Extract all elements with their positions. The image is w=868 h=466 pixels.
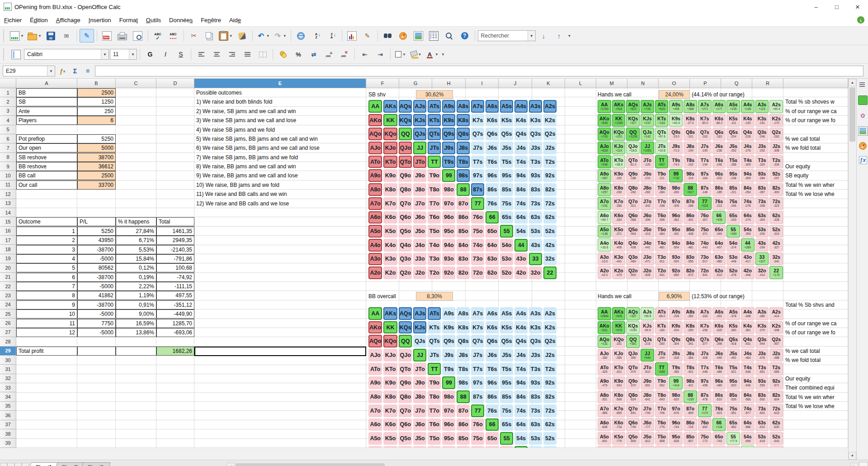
navigator-button[interactable] — [396, 29, 410, 43]
scroll-down-icon[interactable]: ▼ — [849, 452, 856, 460]
styles-panel-button[interactable] — [9, 48, 23, 61]
row-header-35[interactable]: 35 — [0, 402, 16, 411]
row-header-26[interactable]: 26 — [0, 319, 16, 328]
sort-ascending-button[interactable]: AZ↓ — [309, 29, 324, 43]
column-header-blank[interactable] — [783, 79, 848, 88]
column-header-C[interactable]: C — [116, 79, 156, 88]
copy-button[interactable] — [202, 29, 217, 43]
scroll-left-icon[interactable]: ◀ — [227, 463, 235, 466]
align-justified-button[interactable] — [240, 48, 255, 61]
outcome-cell[interactable]: -5000 — [77, 282, 116, 291]
column-header-P[interactable]: P — [690, 79, 721, 88]
menu-fichier[interactable]: Fichier — [0, 15, 26, 25]
outcome-cell[interactable]: -38700 — [77, 300, 116, 309]
gallery-icon[interactable]: ✿ — [859, 111, 867, 120]
total-profit-label[interactable]: Total profit — [16, 347, 77, 356]
param-label-ante[interactable]: Ante — [16, 107, 77, 116]
column-header-K[interactable]: K — [532, 79, 565, 88]
outcome-cell[interactable]: -111,15 — [156, 282, 194, 291]
menu-outils[interactable]: Outils — [142, 15, 165, 25]
zoom-button[interactable] — [442, 29, 457, 43]
open-dropdown-icon[interactable]: ▼ — [38, 34, 42, 38]
column-header-M[interactable]: M — [596, 79, 627, 88]
scroll-right-icon[interactable]: ▶ — [850, 463, 858, 466]
font-color-dropdown-icon[interactable]: ▼ — [435, 52, 439, 57]
outcome-cell[interactable]: 27,84% — [116, 227, 156, 236]
sheet-tab-sheet2[interactable]: Sheet2 — [55, 462, 85, 466]
outcome-cell[interactable]: 1,19% — [116, 291, 156, 300]
param-label-our-call[interactable]: Our call — [16, 181, 77, 190]
decrease-indent-button[interactable]: ⇤ — [358, 48, 372, 61]
param-label-players[interactable]: Players — [16, 116, 77, 125]
param-value-players[interactable]: 6 — [77, 116, 116, 125]
print-button[interactable] — [115, 29, 130, 43]
first-sheet-icon[interactable]: ❘◀ — [0, 463, 7, 466]
row-header-8[interactable]: 8 — [0, 153, 16, 162]
sum-icon[interactable]: Σ — [70, 66, 80, 76]
align-center-button[interactable] — [209, 48, 224, 61]
outcome-cell[interactable]: 6,71% — [116, 236, 156, 245]
edit-mode-button[interactable]: ✎ — [80, 29, 94, 43]
cut-button[interactable]: ✂ — [187, 29, 201, 43]
font-name-dropdown-icon[interactable]: ▼ — [101, 49, 108, 59]
scroll-up-icon[interactable]: ▲ — [849, 79, 856, 86]
cell[interactable] — [116, 347, 156, 356]
row-header-28[interactable]: 28 — [0, 337, 16, 346]
font-size-select[interactable]: 11▼ — [110, 49, 137, 60]
vertical-scroll-thumb[interactable] — [849, 87, 855, 142]
toolbar-overflow-icon[interactable]: ▼ — [441, 52, 445, 57]
sheet-tab-sheet1[interactable]: Sheet1 — [29, 462, 59, 466]
outcome-cell[interactable]: 12 — [16, 328, 77, 337]
outcome-cell[interactable]: 5 — [16, 263, 77, 272]
open-button[interactable]: ▼ — [26, 29, 43, 43]
number-percent-button[interactable]: % — [291, 48, 306, 61]
outcome-cell[interactable]: 10 — [16, 309, 77, 319]
navigator-icon[interactable] — [859, 142, 867, 150]
sort-descending-button[interactable]: ZA↓ — [325, 29, 339, 43]
outcome-cell[interactable]: -351,12 — [156, 300, 194, 309]
undo-dropdown-icon[interactable]: ▼ — [266, 34, 270, 38]
outcome-cell[interactable]: 0,91% — [116, 300, 156, 309]
row-header-25[interactable]: 25 — [0, 309, 16, 319]
row-header-34[interactable]: 34 — [0, 392, 16, 401]
row-header-2[interactable]: 2 — [0, 97, 16, 106]
paste-dropdown-icon[interactable]: ▼ — [229, 34, 233, 38]
total-profit-value[interactable]: 1682,26 — [156, 347, 194, 356]
cell[interactable] — [77, 347, 116, 356]
undo-button[interactable]: ↶▼ — [255, 29, 271, 43]
select-all-corner[interactable] — [0, 79, 16, 88]
font-size-dropdown-icon[interactable]: ▼ — [129, 49, 137, 59]
spellcheck-button[interactable] — [151, 29, 165, 43]
close-button[interactable]: ✕ — [847, 0, 868, 14]
outcome-cell[interactable]: 0,12% — [116, 263, 156, 272]
param-label-our-open[interactable]: Our open — [16, 143, 77, 152]
horizontal-scrollbar[interactable]: ◀ ▶ — [227, 462, 868, 466]
param-value-bb[interactable]: 2500 — [77, 88, 116, 97]
selected-cell-E29[interactable] — [194, 347, 366, 356]
images-icon[interactable] — [858, 126, 868, 136]
column-header-R[interactable]: R — [752, 79, 783, 88]
outcome-cell[interactable]: 6 — [16, 273, 77, 282]
vertical-scrollbar[interactable]: ▲ ▼ — [848, 79, 856, 460]
update-available-icon[interactable]: ⤓ — [857, 16, 864, 24]
help-button[interactable]: ? — [458, 29, 472, 43]
background-color-dropdown-icon[interactable]: ▼ — [418, 52, 422, 57]
outcome-cell[interactable]: 1285,70 — [156, 319, 194, 328]
show-draw-functions-button[interactable]: ✎ — [360, 29, 375, 43]
maximize-button[interactable]: □ — [826, 0, 847, 14]
search-dropdown-icon[interactable]: ▼ — [528, 31, 535, 41]
menu-affichage[interactable]: Affichage — [52, 15, 85, 25]
param-label-bb-call[interactable]: BB call — [16, 171, 77, 180]
font-color-button[interactable]: A▼ — [424, 48, 440, 61]
row-header-5[interactable]: 5 — [0, 125, 16, 134]
toolbar-overflow-icon[interactable]: ▼ — [568, 34, 571, 38]
outcome-cell[interactable]: 3 — [16, 245, 77, 254]
outcome-cell[interactable]: 0,19% — [116, 273, 156, 282]
outcome-header-2[interactable]: % it happens — [116, 217, 156, 226]
column-header-E[interactable]: E — [194, 79, 366, 88]
outcome-cell[interactable]: -693,06 — [156, 328, 194, 337]
row-header-18[interactable]: 18 — [0, 245, 16, 254]
column-headers[interactable]: ABCDEFGHIJKLMNOPQR — [16, 79, 848, 88]
italic-button[interactable]: I — [158, 48, 173, 61]
outcome-cell[interactable]: 2949,35 — [156, 236, 194, 245]
